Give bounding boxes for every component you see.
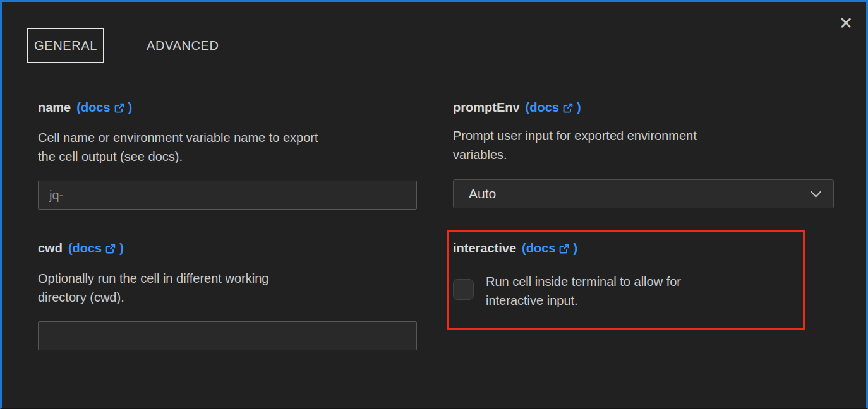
tab-general-label: GENERAL: [34, 39, 97, 53]
cwd-field-label: cwd (docs ): [38, 241, 124, 256]
cwd-description-line: directory (cwd).: [38, 288, 430, 307]
tab-advanced-label: ADVANCED: [147, 39, 219, 53]
promptenv-description: Prompt user input for exported environme…: [453, 126, 845, 164]
name-description-line: Cell name or environment variable name t…: [38, 128, 430, 147]
interactive-checkbox-label-line: interactive input.: [486, 291, 789, 310]
interactive-checkbox-label-line: Run cell inside terminal to allow for: [486, 272, 789, 291]
cwd-description-line: Optionally run the cell in different wor…: [38, 269, 430, 288]
close-button[interactable]: ✕: [833, 11, 859, 36]
name-docs-link[interactable]: (docs ): [76, 100, 132, 115]
promptenv-description-line: variables.: [453, 145, 845, 164]
external-link-icon: [558, 243, 570, 254]
docs-open-text: (docs: [522, 241, 555, 256]
cwd-docs-link[interactable]: (docs ): [68, 241, 124, 256]
docs-close-text: ): [577, 100, 581, 115]
promptenv-field-label: promptEnv (docs ): [453, 100, 581, 115]
external-link-icon: [562, 102, 574, 114]
name-label-text: name: [38, 100, 71, 115]
chevron-down-icon: [810, 190, 822, 198]
external-link-icon: [105, 243, 116, 254]
promptenv-description-line: Prompt user input for exported environme…: [453, 126, 845, 145]
promptenv-docs-link[interactable]: (docs ): [526, 100, 581, 115]
docs-open-text: (docs: [68, 241, 102, 256]
docs-close-text: ): [119, 241, 124, 256]
cwd-input[interactable]: [38, 321, 417, 350]
cwd-label-text: cwd: [38, 241, 63, 256]
name-input[interactable]: [38, 181, 417, 210]
interactive-checkbox[interactable]: [453, 279, 474, 300]
promptenv-select[interactable]: Auto: [453, 179, 834, 208]
interactive-docs-link[interactable]: (docs ): [522, 241, 577, 256]
tab-advanced[interactable]: ADVANCED: [147, 28, 219, 63]
tab-general[interactable]: GENERAL: [27, 28, 104, 63]
promptenv-label-text: promptEnv: [453, 100, 520, 115]
name-field-label: name (docs ): [38, 100, 132, 115]
docs-close-text: ): [128, 100, 133, 115]
interactive-field-label: interactive (docs ): [453, 241, 577, 256]
interactive-checkbox-label: Run cell inside terminal to allow for in…: [486, 272, 789, 310]
promptenv-select-value: Auto: [469, 186, 810, 201]
docs-open-text: (docs: [76, 100, 110, 115]
external-link-icon: [114, 102, 125, 114]
interactive-label-text: interactive: [453, 241, 516, 256]
cell-config-dialog: GENERAL ADVANCED ✕ name (docs ) Cell nam…: [0, 0, 868, 409]
docs-open-text: (docs: [526, 100, 559, 115]
close-icon: ✕: [839, 15, 853, 32]
cwd-description: Optionally run the cell in different wor…: [38, 269, 430, 307]
docs-close-text: ): [573, 241, 577, 256]
name-description: Cell name or environment variable name t…: [38, 128, 430, 166]
name-description-line: the cell output (see docs).: [38, 147, 430, 166]
